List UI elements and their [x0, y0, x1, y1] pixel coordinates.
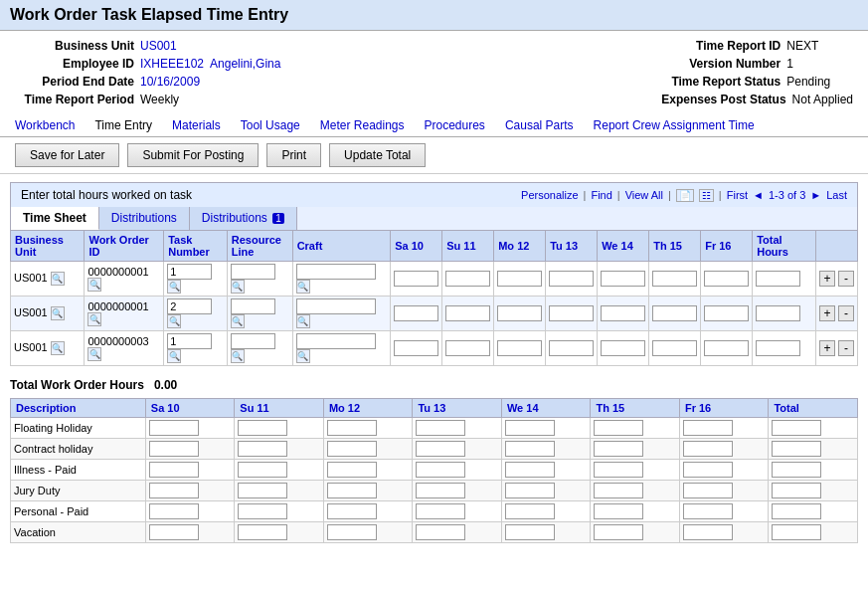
- row3-add-button[interactable]: +: [819, 340, 835, 356]
- row2-fr16[interactable]: [704, 305, 749, 321]
- craft-lookup-icon[interactable]: 🔍: [296, 314, 310, 328]
- row2-remove-button[interactable]: -: [838, 305, 854, 321]
- hours-row3-total-input[interactable]: [772, 483, 821, 498]
- grid-icon2[interactable]: ☷: [699, 189, 714, 202]
- hours-row5-day5-input[interactable]: [594, 524, 643, 540]
- row3-craft-input[interactable]: [296, 333, 376, 349]
- hours-row0-total-input[interactable]: [772, 420, 821, 436]
- hours-row4-day2-input[interactable]: [327, 503, 377, 519]
- row3-sa10[interactable]: [394, 340, 438, 356]
- row1-sa10[interactable]: [394, 271, 438, 287]
- hours-row2-day2-input[interactable]: [327, 462, 377, 478]
- hours-row5-day1-input[interactable]: [238, 524, 287, 540]
- hours-row5-day2-input[interactable]: [327, 524, 377, 540]
- hours-row3-day0-input[interactable]: [149, 483, 199, 498]
- row2-th15[interactable]: [652, 305, 697, 321]
- row2-task-input[interactable]: [167, 298, 212, 314]
- nav-procedures[interactable]: Procedures: [425, 118, 485, 132]
- find-link[interactable]: Find: [591, 189, 611, 201]
- hours-row0-day5-input[interactable]: [594, 420, 643, 436]
- hours-row0-day6-input[interactable]: [683, 420, 733, 436]
- hours-row3-day4-input[interactable]: [505, 483, 555, 498]
- hours-row3-day2-input[interactable]: [327, 483, 377, 498]
- personalize-link[interactable]: Personalize: [521, 189, 578, 201]
- hours-row0-day1-input[interactable]: [238, 420, 287, 436]
- view-all-link[interactable]: View All: [625, 189, 663, 201]
- hours-row0-day4-input[interactable]: [505, 420, 555, 436]
- submit-for-posting-button[interactable]: Submit For Posting: [127, 143, 259, 167]
- hours-row5-day4-input[interactable]: [505, 524, 555, 540]
- resource-lookup-icon[interactable]: 🔍: [231, 314, 245, 328]
- hours-row0-day3-input[interactable]: [416, 420, 465, 436]
- hours-row2-day3-input[interactable]: [416, 462, 465, 478]
- bu-lookup-icon[interactable]: 🔍: [51, 306, 65, 320]
- hours-row3-day6-input[interactable]: [683, 483, 733, 498]
- nav-meter-readings[interactable]: Meter Readings: [320, 118, 405, 132]
- task-lookup-icon[interactable]: 🔍: [167, 280, 181, 294]
- print-button[interactable]: Print: [266, 143, 321, 167]
- row2-tu13[interactable]: [549, 305, 594, 321]
- craft-lookup-icon[interactable]: 🔍: [296, 280, 310, 294]
- row2-sa10[interactable]: [394, 305, 438, 321]
- hours-row1-day0-input[interactable]: [149, 441, 199, 457]
- hours-row4-day3-input[interactable]: [416, 503, 465, 519]
- hours-row1-day3-input[interactable]: [416, 441, 465, 457]
- hours-row4-day5-input[interactable]: [594, 503, 643, 519]
- row2-add-button[interactable]: +: [819, 305, 835, 321]
- row1-mo12[interactable]: [497, 271, 542, 287]
- row3-we14[interactable]: [601, 340, 645, 356]
- hours-row2-day1-input[interactable]: [238, 462, 287, 478]
- nav-causal-parts[interactable]: Causal Parts: [505, 118, 574, 132]
- row3-task-input[interactable]: [167, 333, 212, 349]
- row1-total[interactable]: [756, 271, 800, 287]
- row3-remove-button[interactable]: -: [838, 340, 854, 356]
- tab-distributions2[interactable]: Distributions 1: [190, 207, 297, 230]
- hours-row1-day4-input[interactable]: [505, 441, 555, 457]
- row2-total[interactable]: [756, 305, 800, 321]
- hours-row1-total-input[interactable]: [772, 441, 821, 457]
- nav-workbench[interactable]: Workbench: [15, 118, 75, 132]
- prev-icon[interactable]: ◄: [753, 189, 764, 201]
- hours-row4-day1-input[interactable]: [238, 503, 287, 519]
- row2-mo12[interactable]: [497, 305, 542, 321]
- hours-row4-total-input[interactable]: [772, 503, 821, 519]
- tab-time-sheet[interactable]: Time Sheet: [11, 207, 99, 230]
- row3-resource-input[interactable]: [231, 333, 275, 349]
- hours-row5-day3-input[interactable]: [416, 524, 465, 540]
- row3-total[interactable]: [756, 340, 800, 356]
- row1-resource-input[interactable]: [231, 264, 275, 280]
- bu-lookup-icon[interactable]: 🔍: [51, 272, 65, 286]
- hours-row2-day0-input[interactable]: [149, 462, 199, 478]
- resource-lookup-icon[interactable]: 🔍: [231, 280, 245, 294]
- hours-row2-total-input[interactable]: [772, 462, 821, 478]
- hours-row3-day1-input[interactable]: [238, 483, 287, 498]
- hours-row5-day0-input[interactable]: [149, 524, 199, 540]
- row1-tu13[interactable]: [549, 271, 594, 287]
- row2-su11[interactable]: [445, 305, 490, 321]
- nav-tool-usage[interactable]: Tool Usage: [241, 118, 300, 132]
- update-total-button[interactable]: Update Total: [329, 143, 426, 167]
- hours-row2-day5-input[interactable]: [594, 462, 643, 478]
- row1-th15[interactable]: [652, 271, 697, 287]
- hours-row4-day0-input[interactable]: [149, 503, 199, 519]
- hours-row1-day6-input[interactable]: [683, 441, 733, 457]
- nav-time-entry[interactable]: Time Entry: [94, 118, 152, 132]
- hours-row1-day2-input[interactable]: [327, 441, 377, 457]
- hours-row4-day6-input[interactable]: [683, 503, 733, 519]
- row1-fr16[interactable]: [704, 271, 749, 287]
- hours-row2-day4-input[interactable]: [505, 462, 555, 478]
- wo-lookup-icon[interactable]: 🔍: [87, 278, 101, 292]
- hours-row0-day0-input[interactable]: [149, 420, 199, 436]
- save-for-later-button[interactable]: Save for Later: [15, 143, 119, 167]
- nav-report-crew[interactable]: Report Crew Assignment Time: [594, 118, 755, 132]
- hours-row5-day6-input[interactable]: [683, 524, 733, 540]
- row1-su11[interactable]: [445, 271, 490, 287]
- row1-add-button[interactable]: +: [819, 271, 835, 287]
- hours-row3-day5-input[interactable]: [594, 483, 643, 498]
- row2-craft-input[interactable]: [296, 298, 376, 314]
- row3-th15[interactable]: [652, 340, 697, 356]
- row2-resource-input[interactable]: [231, 298, 275, 314]
- row1-craft-input[interactable]: [296, 264, 376, 280]
- last-link[interactable]: Last: [826, 189, 847, 201]
- tab-distributions[interactable]: Distributions: [99, 207, 190, 230]
